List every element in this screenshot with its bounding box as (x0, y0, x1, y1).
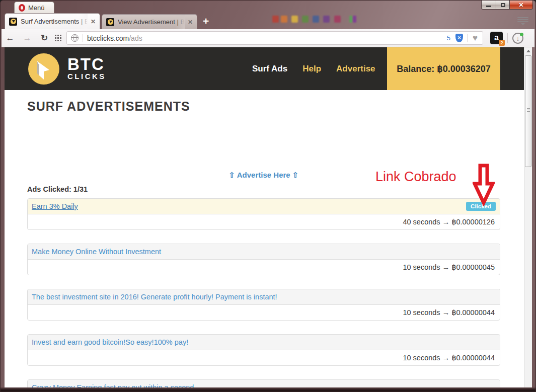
opera-logo-icon (19, 4, 25, 12)
logo-line2: CLICKS (67, 72, 106, 81)
scrollbar-thumb[interactable] (525, 55, 531, 167)
btcclicks-logo[interactable]: BTC CLICKS (28, 53, 106, 85)
close-tab-icon[interactable]: ✕ (188, 19, 193, 26)
close-tab-icon[interactable]: ✕ (91, 18, 96, 25)
maximize-icon (501, 3, 505, 7)
update-dot (520, 33, 523, 36)
theme-background-thumbnails (272, 15, 403, 26)
scrollbar[interactable] (524, 47, 532, 388)
theme-square (281, 16, 287, 23)
ad-link[interactable]: Make Money Online Without Investment (32, 248, 161, 256)
adblock-shield-icon[interactable]: ✕ (455, 34, 463, 42)
annotation-down-arrow-icon (473, 164, 495, 208)
ads-clicked-counter: Ads Clicked: 1/31 (27, 185, 500, 193)
ad-link[interactable]: Invest and earn good bitcoin!So easy!100… (32, 338, 188, 346)
nav-advertise[interactable]: Advertise (336, 64, 375, 74)
page-content: SURF ADVERTISEMENTS ⇧ Advertise Here ⇧ L… (27, 99, 500, 388)
site-header: BTC CLICKS Surf Ads Help Advertise Balan… (5, 47, 524, 90)
browser-toolbar: ← → ↻ btcclicks.com/ads 5 ✕ ♥ a2 ↓ (2, 29, 534, 47)
ad-reward: 10 seconds → ฿0.00000045 (28, 260, 500, 275)
theme-square (291, 16, 298, 23)
theme-square (323, 16, 330, 23)
ad-reward: 10 seconds → ฿0.00000044 (28, 305, 500, 320)
close-button[interactable]: ✕ (510, 1, 533, 10)
bookmark-heart-icon[interactable]: ♥ (473, 33, 478, 43)
tab-title: View Advertisement | BTCC (118, 18, 184, 26)
balance-display[interactable]: Balance: ฿0.00036207 (387, 47, 500, 90)
back-button[interactable]: ← (2, 33, 19, 43)
new-tab-button[interactable]: + (203, 16, 209, 27)
close-icon: ✕ (518, 2, 523, 9)
menu-button-label: Menú (28, 4, 45, 12)
tab-menu-icon (517, 17, 528, 18)
speed-dial-icon[interactable] (55, 35, 61, 41)
nav-surf-ads[interactable]: Surf Ads (252, 64, 287, 74)
btcclicks-favicon-icon (9, 18, 17, 26)
theme-square (353, 16, 356, 23)
btcclicks-favicon-icon (106, 18, 114, 26)
theme-square (302, 16, 309, 23)
reload-button[interactable]: ↻ (36, 33, 53, 43)
tab-surf-advertisements[interactable]: Surf Advertisements | BTCC ✕ (5, 13, 100, 29)
browser-window: Menú ✕ Surf Advertisements | BTCC ✕ View… (0, 0, 536, 392)
theme-square (313, 16, 319, 23)
ad-card: Earn 3% Daily Clicked 40 seconds → ฿0.00… (27, 198, 500, 230)
page-viewport: BTC CLICKS Surf Ads Help Advertise Balan… (5, 47, 524, 388)
forward-button[interactable]: → (19, 33, 36, 43)
theme-square (272, 16, 279, 23)
ad-link[interactable]: Earn 3% Daily (32, 202, 78, 210)
minimize-button[interactable] (481, 1, 496, 10)
theme-square (334, 16, 341, 23)
tab-view-advertisement[interactable]: View Advertisement | BTCC ✕ (102, 14, 197, 29)
minimize-icon (486, 6, 491, 7)
opera-menu-button[interactable]: Menú (14, 2, 54, 13)
globe-icon (71, 34, 79, 42)
ad-card: Make Money Online Without Investment 10 … (27, 244, 500, 275)
blocked-count: 5 (447, 34, 450, 42)
nav-help[interactable]: Help (302, 64, 321, 74)
page-title: SURF ADVERTISEMENTS (27, 99, 500, 114)
ad-reward: 40 seconds → ฿0.00000126 (28, 214, 500, 229)
logo-line1: BTC (67, 57, 106, 72)
window-bottom-border (1, 387, 535, 391)
tab-title: Surf Advertisements | BTCC (21, 18, 87, 25)
download-icon[interactable]: ↓ (512, 33, 523, 44)
window-controls: ✕ (481, 1, 533, 10)
url-text[interactable]: btcclicks.com/ads (87, 34, 443, 42)
ad-card: The best investment site in 2016! Genera… (27, 289, 500, 321)
site-nav: Surf Ads Help Advertise (252, 47, 375, 90)
maximize-button[interactable] (496, 1, 510, 10)
scrollbar-up-icon[interactable] (524, 47, 532, 55)
btcclicks-logo-icon (28, 53, 59, 85)
theme-square (349, 16, 352, 23)
advertise-here-link[interactable]: ⇧ Advertise Here ⇧ (229, 171, 299, 179)
tab-menu-button[interactable] (517, 17, 528, 25)
amazon-extension-icon[interactable]: a2 (490, 32, 503, 44)
ad-link[interactable]: The best investment site in 2016! Genera… (32, 293, 277, 301)
ad-reward: 10 seconds → ฿0.00000044 (28, 350, 500, 365)
annotation-text: Link Cobrado (375, 169, 456, 185)
address-bar[interactable]: btcclicks.com/ads 5 ✕ ♥ (66, 31, 483, 45)
ad-card: Invest and earn good bitcoin!So easy!100… (27, 334, 500, 366)
